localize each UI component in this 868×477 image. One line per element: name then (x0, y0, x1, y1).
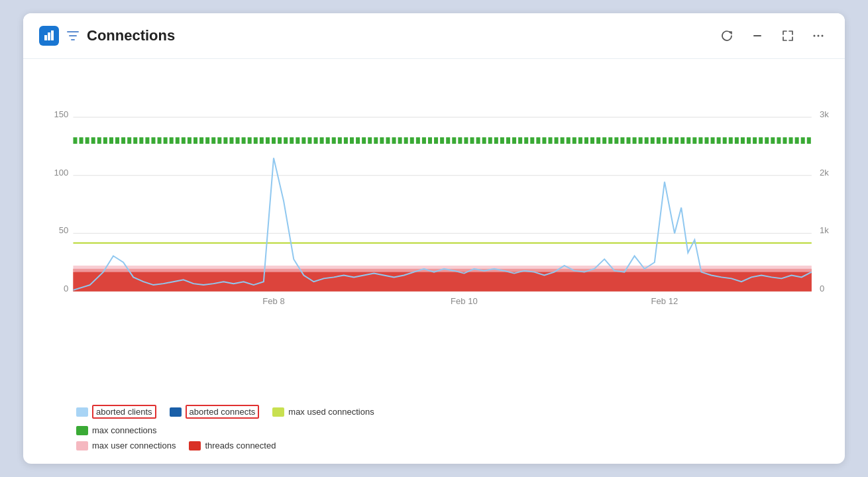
chart-area: 0 50 100 150 0 1k 2k 3k (23, 59, 845, 464)
svg-point-5 (818, 35, 820, 37)
legend-threads-connected: threads connected (189, 441, 276, 450)
svg-text:2k: 2k (820, 168, 829, 178)
svg-text:1k: 1k (820, 225, 829, 235)
svg-text:150: 150 (54, 109, 69, 119)
svg-rect-28 (73, 272, 811, 292)
svg-text:3k: 3k (820, 109, 829, 119)
svg-rect-3 (753, 35, 761, 36)
aborted-clients-label: aborted clients (92, 405, 156, 419)
svg-text:Feb 10: Feb 10 (451, 296, 478, 306)
svg-text:50: 50 (59, 225, 69, 235)
header-left: Connections (39, 26, 710, 46)
panel-header: Connections (23, 13, 845, 59)
legend-area: aborted clients aborted connects max use… (36, 398, 825, 457)
aborted-connects-swatch (170, 407, 182, 417)
svg-rect-1 (48, 32, 50, 40)
svg-rect-2 (51, 30, 54, 40)
svg-text:Feb 12: Feb 12 (651, 296, 678, 306)
aborted-clients-swatch (76, 407, 88, 417)
svg-rect-0 (44, 35, 47, 40)
max-used-connections-label: max used connections (288, 407, 374, 417)
svg-point-6 (822, 35, 824, 37)
chart-container: 0 50 100 150 0 1k 2k 3k (36, 72, 825, 390)
aborted-connects-label: aborted connects (186, 405, 260, 419)
minimize-button[interactable] (747, 25, 768, 46)
svg-text:0: 0 (64, 284, 68, 293)
header-actions (716, 25, 829, 46)
legend-max-user-connections: max user connections (76, 441, 176, 450)
refresh-button[interactable] (716, 25, 737, 46)
max-user-connections-swatch (76, 441, 88, 450)
legend-aborted-clients: aborted clients (76, 405, 156, 419)
legend-max-used-connections: max used connections (272, 405, 374, 419)
max-used-connections-swatch (272, 407, 284, 417)
connections-chart: 0 50 100 150 0 1k 2k 3k (36, 72, 825, 311)
max-user-connections-label: max user connections (92, 441, 176, 450)
svg-text:100: 100 (54, 168, 69, 178)
legend-max-connections: max connections (76, 425, 825, 435)
max-connections-swatch (76, 426, 88, 435)
svg-text:0: 0 (820, 284, 824, 293)
filter-icon[interactable] (66, 28, 80, 43)
threads-connected-label: threads connected (205, 441, 276, 450)
max-connections-label: max connections (92, 425, 157, 435)
panel-title: Connections (87, 27, 175, 44)
connections-card: Connections (23, 13, 845, 464)
chart-bar-icon (39, 26, 59, 46)
legend-aborted-connects: aborted connects (170, 405, 260, 419)
more-options-button[interactable] (808, 25, 829, 46)
expand-button[interactable] (777, 25, 798, 46)
svg-point-4 (814, 35, 816, 37)
threads-connected-swatch (189, 441, 201, 450)
svg-text:Feb 8: Feb 8 (262, 296, 285, 306)
